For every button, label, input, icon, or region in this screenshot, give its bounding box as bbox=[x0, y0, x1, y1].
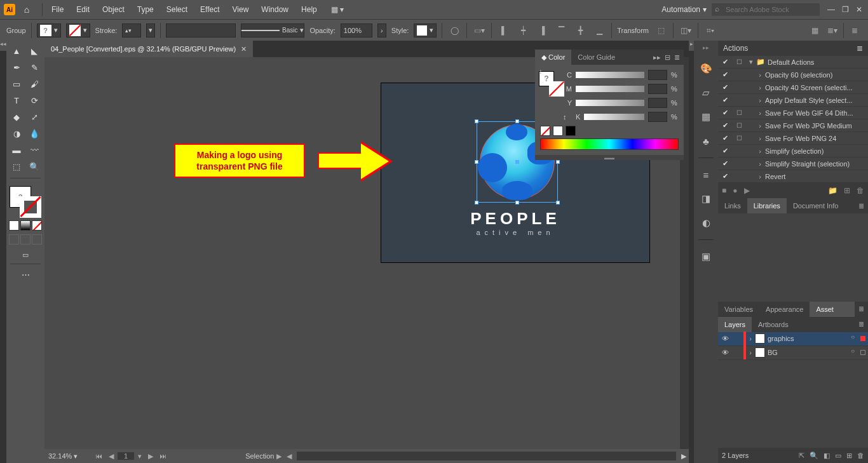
new-set-icon[interactable]: 📁 bbox=[828, 186, 837, 195]
home-icon[interactable]: ⌂ bbox=[19, 2, 34, 17]
direct-select-tool[interactable]: ◣ bbox=[26, 43, 43, 58]
document-close-icon[interactable]: ✕ bbox=[241, 45, 247, 53]
action-item[interactable]: ✔☐›Save For Web PNG 24 bbox=[718, 132, 868, 145]
next-artboard-icon[interactable]: ▶ bbox=[146, 452, 156, 460]
tab-color-guide[interactable]: Color Guide bbox=[571, 50, 621, 65]
mid-tabs-menu-icon[interactable]: ≣ bbox=[855, 202, 868, 210]
zoom-tool[interactable]: 🔍 bbox=[26, 159, 43, 174]
curvature-tool[interactable]: ✎ bbox=[26, 60, 43, 75]
panel-resize-grip[interactable]: ▬▬ bbox=[535, 155, 684, 160]
workspace-switcher[interactable]: Automation▾ bbox=[656, 5, 712, 14]
canvas-scroll-h[interactable]: ▶◀ bbox=[274, 452, 294, 460]
align-to-icon[interactable]: ▭▾ bbox=[472, 23, 486, 37]
slider-y[interactable] bbox=[576, 100, 644, 106]
layer-row[interactable]: 👁›BG○ bbox=[718, 346, 868, 360]
color-gradient-icon[interactable] bbox=[20, 220, 31, 231]
tab-asset-export[interactable]: Asset Export bbox=[810, 302, 855, 317]
arrange-docs2-icon[interactable]: ▦ bbox=[808, 23, 822, 37]
tab-document-info[interactable]: Document Info bbox=[787, 198, 845, 213]
value-y[interactable] bbox=[648, 98, 667, 108]
var-width-profile[interactable] bbox=[166, 23, 236, 37]
strip-symbols-icon[interactable]: ♣ bbox=[698, 133, 714, 149]
action-item[interactable]: ✔›Opacity 60 (selection) bbox=[718, 69, 868, 81]
align-right-icon[interactable]: ▐ bbox=[535, 23, 549, 37]
minimize-icon[interactable]: — bbox=[826, 5, 836, 14]
slider-k[interactable] bbox=[584, 114, 644, 120]
strip-gradient-icon[interactable]: ◨ bbox=[698, 191, 714, 206]
menu-help[interactable]: Help bbox=[295, 0, 323, 19]
pen-tool[interactable]: ✒ bbox=[8, 60, 25, 75]
shape-mode-icon[interactable]: ⬚ bbox=[654, 23, 668, 37]
color-none-icon[interactable] bbox=[32, 220, 42, 231]
rotate-tool[interactable]: ⟳ bbox=[26, 93, 43, 108]
stroke-weight-dropdown[interactable]: ▾ bbox=[146, 23, 155, 37]
prefs-icon[interactable]: ≣▾ bbox=[825, 23, 839, 37]
strip-color-icon[interactable]: 🎨 bbox=[698, 61, 714, 76]
value-m[interactable] bbox=[648, 84, 667, 94]
rectangle-tool[interactable]: ▭ bbox=[8, 76, 25, 91]
edit-toolbar-icon[interactable]: ⋯ bbox=[8, 267, 43, 282]
clip-mask-icon[interactable]: ◧ bbox=[824, 452, 830, 460]
prev-artboard-icon[interactable]: ◀ bbox=[106, 452, 116, 460]
tab-color[interactable]: ◆ Color bbox=[535, 50, 571, 65]
color-fillstroke-icon[interactable]: ? bbox=[539, 71, 564, 97]
panel-dock-icon[interactable]: ⊟ bbox=[665, 53, 670, 62]
tab-links[interactable]: Links bbox=[718, 198, 747, 213]
tab-appearance[interactable]: Appearance bbox=[759, 302, 810, 317]
menu-view[interactable]: View bbox=[226, 0, 255, 19]
stop-icon[interactable]: ■ bbox=[722, 186, 726, 195]
delete-layer-icon[interactable]: 🗑 bbox=[857, 452, 864, 460]
fill-stroke-indicator[interactable]: ? bbox=[10, 186, 41, 218]
new-action-icon[interactable]: ⊞ bbox=[844, 186, 850, 195]
screen-mode-icon[interactable]: ▭ bbox=[15, 248, 36, 261]
stock-search-input[interactable] bbox=[712, 3, 820, 16]
document-tab[interactable]: 04_People [Converted].eps @ 32.14% (RGB/… bbox=[44, 41, 253, 57]
action-item[interactable]: ✔›Revert bbox=[718, 170, 868, 183]
panel-menu-icon[interactable]: ≣ bbox=[848, 23, 862, 37]
isolate-icon[interactable]: ◫▾ bbox=[679, 23, 693, 37]
tab-layers[interactable]: Layers bbox=[718, 317, 752, 332]
right-collapse-grip[interactable]: ▸ bbox=[689, 41, 694, 51]
crop-icon[interactable]: ⌗▾ bbox=[703, 23, 717, 37]
last-artboard-icon[interactable]: ⏭ bbox=[157, 452, 169, 460]
stroke-swatch[interactable]: ▾ bbox=[66, 23, 90, 37]
action-item[interactable]: ✔›Apply Default Style (select... bbox=[718, 94, 868, 107]
play-icon[interactable]: ▶ bbox=[744, 186, 750, 195]
recolor-icon[interactable]: ◯ bbox=[447, 23, 461, 37]
menu-type[interactable]: Type bbox=[131, 0, 160, 19]
swatch-white-small[interactable] bbox=[553, 126, 563, 136]
eraser-tool[interactable]: ◆ bbox=[8, 109, 25, 124]
tab-artboards[interactable]: Artboards bbox=[752, 317, 795, 332]
delete-action-icon[interactable]: 🗑 bbox=[857, 186, 864, 195]
transform-label[interactable]: Transform bbox=[617, 27, 649, 34]
zoom-field[interactable]: 32.14% ▾ bbox=[44, 452, 89, 460]
fill-swatch[interactable]: ?▾ bbox=[37, 23, 61, 37]
find-layer-icon[interactable]: 🔍 bbox=[810, 452, 818, 460]
slider-c[interactable] bbox=[576, 72, 644, 78]
color-spectrum[interactable] bbox=[540, 138, 679, 150]
align-bottom-icon[interactable]: ▁ bbox=[592, 23, 606, 37]
layers-menu-icon[interactable]: ≣ bbox=[855, 320, 868, 328]
value-k[interactable] bbox=[648, 112, 667, 122]
shapebuild-tool[interactable]: ◑ bbox=[8, 126, 25, 141]
record-icon[interactable]: ● bbox=[733, 186, 737, 195]
tab-variables[interactable]: Variables bbox=[718, 302, 759, 317]
tab-libraries[interactable]: Libraries bbox=[747, 198, 787, 213]
locate-layer-icon[interactable]: ⇱ bbox=[799, 452, 804, 460]
first-artboard-icon[interactable]: ⏮ bbox=[93, 452, 105, 460]
artboard-number[interactable]: 1 bbox=[118, 452, 134, 460]
restore-icon[interactable]: ❐ bbox=[840, 5, 850, 14]
actions-menu-icon[interactable]: ≣ bbox=[857, 44, 863, 53]
menu-window[interactable]: Window bbox=[255, 0, 295, 19]
align-left-icon[interactable]: ▌ bbox=[497, 23, 511, 37]
new-sublayer-icon[interactable]: ▭ bbox=[835, 452, 841, 460]
strip-swatches-icon[interactable]: ▱ bbox=[698, 85, 714, 100]
draw-behind-icon[interactable] bbox=[20, 234, 31, 245]
menu-edit[interactable]: Edit bbox=[70, 0, 96, 19]
strip-brushes-icon[interactable]: ▦ bbox=[698, 109, 714, 124]
scale-tool[interactable]: ⤢ bbox=[26, 109, 43, 124]
align-vcenter-icon[interactable]: ╋ bbox=[573, 23, 587, 37]
layer-row[interactable]: 👁›graphics○ bbox=[718, 332, 868, 346]
arrange-docs-icon[interactable]: ▦ ▾ bbox=[331, 5, 344, 14]
paintbrush-tool[interactable]: 🖌 bbox=[26, 76, 43, 91]
